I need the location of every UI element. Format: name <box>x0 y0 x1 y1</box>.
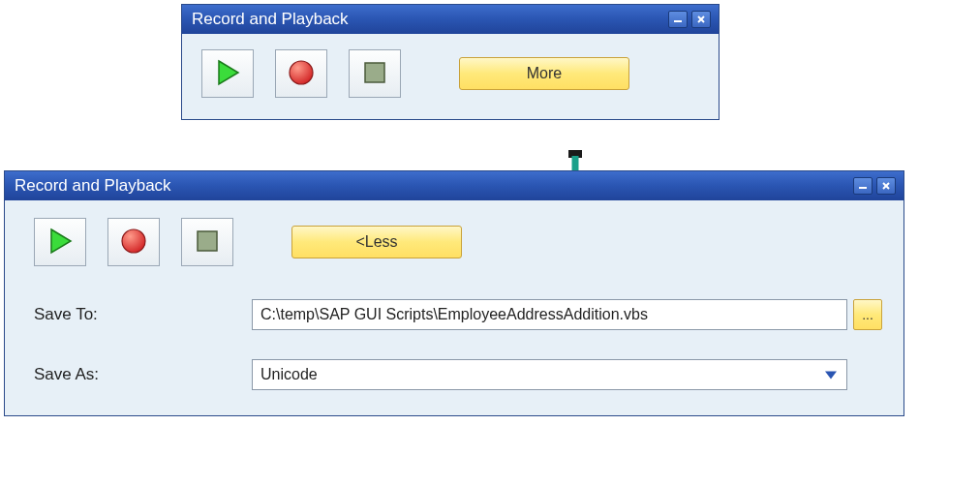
minimize-button[interactable] <box>853 177 873 195</box>
minimize-button[interactable] <box>668 11 688 28</box>
titlebar[interactable]: Record and Playback <box>5 171 903 200</box>
svg-marker-12 <box>51 229 71 253</box>
chevron-down-icon <box>824 367 838 383</box>
close-button[interactable] <box>691 11 711 28</box>
save-as-row: Save As: Unicode <box>34 359 882 390</box>
stop-button[interactable] <box>349 49 401 98</box>
window-body: More <box>182 34 719 119</box>
svg-marker-3 <box>219 61 238 84</box>
record-playback-window-expanded: Record and Playback <box>4 170 904 416</box>
record-icon <box>120 228 147 258</box>
more-button[interactable]: More <box>459 57 629 90</box>
toolbar: <Less <box>34 218 882 266</box>
stop-icon <box>363 61 386 87</box>
play-button[interactable] <box>34 218 86 266</box>
more-button-label: More <box>527 65 562 82</box>
less-button[interactable]: <Less <box>291 226 462 258</box>
record-button[interactable] <box>107 218 160 266</box>
record-icon <box>288 59 315 89</box>
titlebar[interactable]: Record and Playback <box>182 5 719 34</box>
play-icon <box>47 228 73 258</box>
save-to-row: Save To: ... <box>34 299 882 330</box>
svg-marker-15 <box>825 372 837 380</box>
window-body: <Less Save To: ... Save As: Unicode <box>5 200 903 415</box>
browse-button-label: ... <box>862 307 873 322</box>
svg-rect-9 <box>859 187 867 189</box>
toolbar: More <box>201 49 699 98</box>
close-button[interactable] <box>876 177 896 195</box>
browse-button[interactable]: ... <box>853 299 882 330</box>
stop-icon <box>196 229 219 256</box>
window-title: Record and Playback <box>15 176 171 196</box>
svg-point-4 <box>290 61 313 84</box>
svg-rect-14 <box>198 231 217 251</box>
svg-rect-5 <box>365 63 384 82</box>
stop-button[interactable] <box>181 218 233 266</box>
record-button[interactable] <box>275 49 327 98</box>
window-title: Record and Playback <box>192 10 349 29</box>
save-to-input[interactable] <box>252 299 847 330</box>
record-playback-window-collapsed: Record and Playback <box>181 4 720 120</box>
save-as-select[interactable]: Unicode <box>252 359 847 390</box>
svg-rect-0 <box>674 20 682 22</box>
save-to-label: Save To: <box>34 305 252 324</box>
less-button-label: <Less <box>355 233 397 251</box>
svg-point-13 <box>122 229 145 253</box>
play-button[interactable] <box>201 49 254 98</box>
play-icon <box>215 59 240 89</box>
save-as-label: Save As: <box>34 365 252 384</box>
save-as-value: Unicode <box>260 366 318 383</box>
